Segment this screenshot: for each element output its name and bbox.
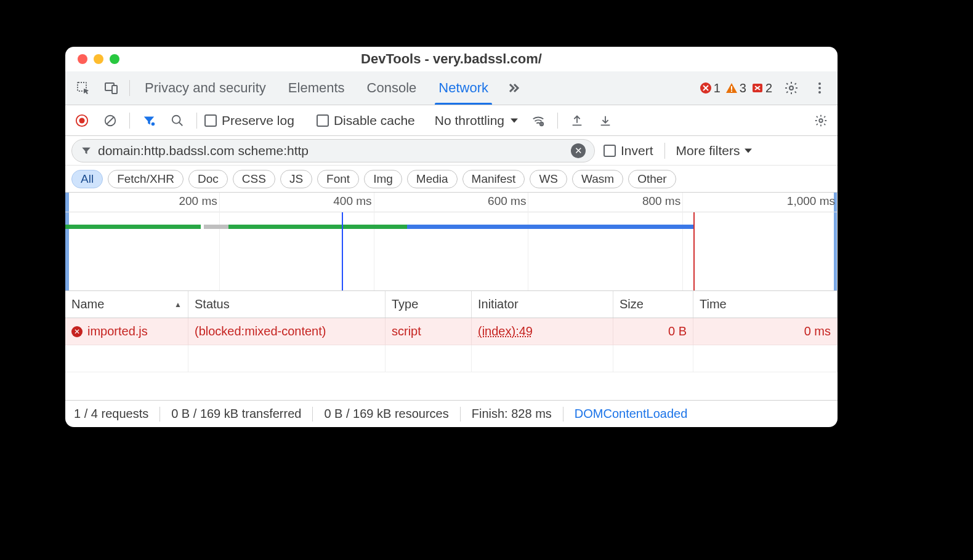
import-har-icon[interactable] xyxy=(594,109,617,132)
more-filters-dropdown[interactable]: More filters xyxy=(676,143,753,158)
filter-bar: domain:http.badssl.com scheme:http ✕ Inv… xyxy=(65,136,838,166)
tab-console[interactable]: Console xyxy=(357,71,427,105)
overview-waterfall xyxy=(65,225,838,233)
requests-table: Name▲ Status Type Initiator Size Time ✕ … xyxy=(65,291,838,400)
invert-checkbox[interactable]: Invert xyxy=(604,143,653,158)
issues-badge[interactable]: 2 xyxy=(751,81,772,95)
load-marker xyxy=(693,212,695,290)
svg-rect-2 xyxy=(112,86,117,94)
svg-point-17 xyxy=(819,119,823,122)
search-button[interactable] xyxy=(166,109,189,132)
status-finish: Finish: 828 ms xyxy=(472,407,552,421)
window-titlebar: DevTools - very.badssl.com/ xyxy=(65,47,838,71)
filter-chip-manifest[interactable]: Manifest xyxy=(462,170,525,188)
col-size[interactable]: Size xyxy=(613,291,693,318)
request-size: 0 B xyxy=(613,318,693,345)
svg-point-14 xyxy=(151,122,155,126)
request-time: 0 ms xyxy=(693,318,838,345)
record-button[interactable] xyxy=(70,109,94,132)
col-name[interactable]: Name▲ xyxy=(65,291,188,318)
filter-chip-font[interactable]: Font xyxy=(317,170,359,188)
tab-privacy-security[interactable]: Privacy and security xyxy=(135,71,276,105)
status-transferred: 0 B / 169 kB transferred xyxy=(171,407,301,421)
request-status: (blocked:mixed-content) xyxy=(188,318,386,345)
filter-chip-img[interactable]: Img xyxy=(364,170,402,188)
col-time[interactable]: Time xyxy=(693,291,838,318)
inspect-element-icon[interactable] xyxy=(70,76,96,100)
svg-rect-5 xyxy=(731,90,732,92)
svg-point-12 xyxy=(79,118,84,123)
status-dcl[interactable]: DOMContentLoaded xyxy=(575,407,687,421)
filter-chip-ws[interactable]: WS xyxy=(530,170,567,188)
filter-chip-wasm[interactable]: Wasm xyxy=(572,170,623,188)
devtools-window: DevTools - very.badssl.com/ Privacy and … xyxy=(65,47,838,427)
col-status[interactable]: Status xyxy=(188,291,386,318)
overview-ticks: 200 ms400 ms600 ms800 ms1,000 ms xyxy=(65,193,838,212)
clear-filter-icon[interactable]: ✕ xyxy=(571,143,586,158)
network-settings-icon[interactable] xyxy=(809,109,833,132)
filter-input[interactable]: domain:http.badssl.com scheme:http ✕ xyxy=(71,139,595,162)
export-har-icon[interactable] xyxy=(565,109,589,132)
filter-query-text: domain:http.badssl.com scheme:http xyxy=(98,143,309,158)
clear-button[interactable] xyxy=(99,109,122,132)
filter-chip-media[interactable]: Media xyxy=(407,170,458,188)
col-type[interactable]: Type xyxy=(386,291,472,318)
errors-count: 1 xyxy=(714,81,721,95)
warnings-badge[interactable]: 3 xyxy=(725,81,746,95)
status-resources: 0 B / 169 kB resources xyxy=(324,407,448,421)
filter-chip-fetchxhr[interactable]: Fetch/XHR xyxy=(108,170,184,188)
warnings-count: 3 xyxy=(740,81,746,95)
tabs-overflow-icon[interactable] xyxy=(501,76,527,100)
request-type: script xyxy=(386,318,472,345)
request-initiator[interactable]: (index):49 xyxy=(478,324,533,338)
tab-network[interactable]: Network xyxy=(429,71,498,105)
table-row-empty xyxy=(65,345,838,372)
status-requests: 1 / 4 requests xyxy=(74,407,148,421)
table-row[interactable]: ✕ imported.js (blocked:mixed-content) sc… xyxy=(65,318,838,345)
svg-point-15 xyxy=(172,115,180,123)
network-conditions-icon[interactable] xyxy=(527,109,550,132)
network-toolbar: Preserve log Disable cache No throttling xyxy=(65,105,838,136)
filter-chip-css[interactable]: CSS xyxy=(233,170,275,188)
status-bar: 1 / 4 requests 0 B / 169 kB transferred … xyxy=(65,400,838,427)
table-header: Name▲ Status Type Initiator Size Time xyxy=(65,291,838,318)
tab-elements[interactable]: Elements xyxy=(278,71,355,105)
filter-toggle[interactable] xyxy=(137,109,161,132)
svg-point-9 xyxy=(818,87,821,89)
issues-count: 2 xyxy=(765,81,772,95)
svg-rect-4 xyxy=(731,86,732,90)
domcontentloaded-marker xyxy=(342,212,343,290)
more-menu-icon[interactable] xyxy=(807,76,833,100)
console-badges[interactable]: 1 3 2 xyxy=(700,81,776,95)
errors-badge[interactable]: 1 xyxy=(700,81,721,95)
svg-point-7 xyxy=(789,86,793,90)
disable-cache-checkbox[interactable]: Disable cache xyxy=(317,113,415,128)
main-tabbar: Privacy and security Elements Console Ne… xyxy=(65,71,838,105)
resource-type-filters: AllFetch/XHRDocCSSJSFontImgMediaManifest… xyxy=(65,166,838,193)
table-body: ✕ imported.js (blocked:mixed-content) sc… xyxy=(65,318,838,400)
preserve-log-checkbox[interactable]: Preserve log xyxy=(204,113,294,128)
funnel-icon xyxy=(81,145,92,156)
device-toolbar-icon[interactable] xyxy=(99,76,124,100)
filter-chip-js[interactable]: JS xyxy=(280,170,312,188)
svg-point-8 xyxy=(818,82,821,85)
error-icon: ✕ xyxy=(71,326,83,337)
settings-icon[interactable] xyxy=(778,76,804,100)
filter-chip-all[interactable]: All xyxy=(71,170,103,188)
col-initiator[interactable]: Initiator xyxy=(472,291,613,318)
throttling-select[interactable]: No throttling xyxy=(431,113,522,128)
window-title: DevTools - very.badssl.com/ xyxy=(65,51,838,67)
svg-point-10 xyxy=(818,91,821,94)
request-name: imported.js xyxy=(87,324,148,338)
timeline-overview[interactable]: 200 ms400 ms600 ms800 ms1,000 ms xyxy=(65,193,838,291)
filter-chip-other[interactable]: Other xyxy=(628,170,676,188)
filter-chip-doc[interactable]: Doc xyxy=(188,170,228,188)
